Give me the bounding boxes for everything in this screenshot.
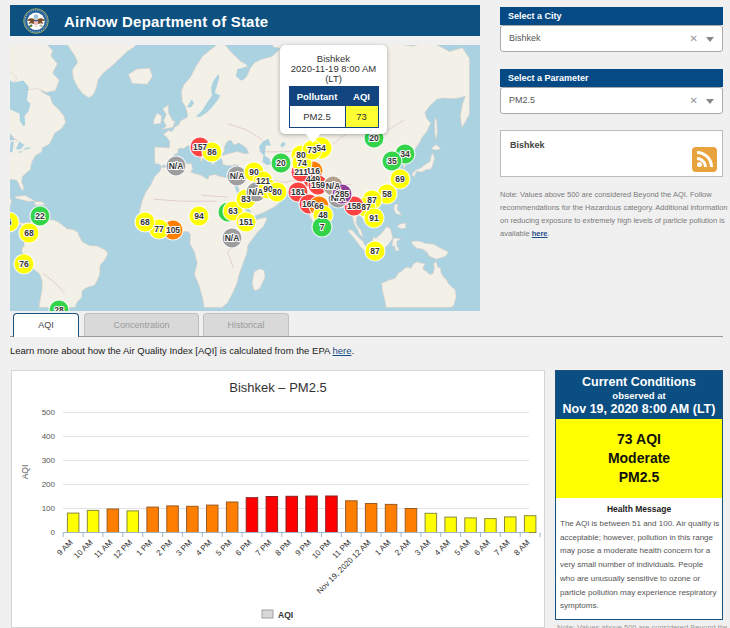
svg-text:N/A: N/A — [249, 187, 264, 197]
svg-text:N/A: N/A — [230, 171, 245, 181]
svg-text:68: 68 — [140, 217, 150, 227]
svg-text:AQI: AQI — [278, 610, 293, 620]
svg-text:28: 28 — [54, 305, 64, 311]
svg-text:94: 94 — [194, 211, 204, 221]
svg-text:2 AM: 2 AM — [393, 538, 412, 557]
svg-text:48: 48 — [318, 210, 328, 220]
svg-text:8 AM: 8 AM — [512, 538, 531, 557]
svg-text:2 PM: 2 PM — [154, 538, 174, 558]
svg-text:4 AM: 4 AM — [433, 538, 452, 557]
svg-text:500: 500 — [42, 408, 56, 417]
svg-text:4 PM: 4 PM — [194, 538, 214, 558]
svg-text:158: 158 — [347, 201, 361, 211]
svg-text:200: 200 — [42, 480, 56, 489]
svg-text:87: 87 — [370, 246, 380, 256]
svg-text:1 PM: 1 PM — [135, 538, 155, 558]
svg-text:7: 7 — [320, 222, 325, 232]
svg-text:68: 68 — [24, 228, 34, 238]
svg-text:181: 181 — [291, 187, 305, 197]
svg-text:159: 159 — [311, 180, 325, 190]
svg-text:77: 77 — [154, 224, 164, 234]
svg-text:74: 74 — [297, 158, 307, 168]
svg-text:11 AM: 11 AM — [92, 538, 114, 560]
svg-text:AQI: AQI — [20, 465, 30, 480]
svg-text:12 PM: 12 PM — [111, 538, 134, 561]
svg-text:86: 86 — [207, 147, 217, 157]
svg-text:105: 105 — [166, 225, 180, 235]
svg-text:20: 20 — [276, 158, 286, 168]
svg-text:6 PM: 6 PM — [234, 538, 254, 558]
svg-text:0: 0 — [51, 528, 56, 537]
svg-text:22: 22 — [35, 211, 45, 221]
svg-text:10 PM: 10 PM — [310, 538, 333, 561]
svg-text:400: 400 — [42, 432, 56, 441]
svg-text:34: 34 — [400, 149, 410, 159]
svg-text:N/A: N/A — [225, 233, 240, 243]
svg-text:35: 35 — [387, 156, 397, 166]
svg-text:73: 73 — [307, 145, 317, 155]
svg-text:211: 211 — [294, 167, 308, 177]
svg-text:300: 300 — [42, 456, 56, 465]
svg-text:6 AM: 6 AM — [473, 538, 492, 557]
svg-text:10 AM: 10 AM — [72, 538, 95, 561]
svg-text:5 AM: 5 AM — [453, 538, 472, 557]
svg-text:80: 80 — [272, 187, 282, 197]
svg-text:3 PM: 3 PM — [174, 538, 194, 558]
svg-text:69: 69 — [395, 174, 405, 184]
svg-text:7 PM: 7 PM — [254, 538, 274, 558]
svg-text:7 AM: 7 AM — [492, 538, 511, 557]
svg-text:54: 54 — [316, 143, 326, 153]
svg-text:N/A: N/A — [169, 161, 184, 171]
svg-text:20: 20 — [369, 133, 379, 143]
svg-text:285: 285 — [335, 189, 349, 199]
svg-text:91: 91 — [369, 213, 379, 223]
svg-text:87: 87 — [361, 202, 371, 212]
svg-text:5 PM: 5 PM — [214, 538, 234, 558]
svg-text:157: 157 — [193, 142, 207, 152]
svg-text:100: 100 — [42, 504, 56, 513]
svg-text:76: 76 — [19, 259, 29, 269]
svg-text:58: 58 — [382, 189, 392, 199]
svg-text:151: 151 — [239, 217, 253, 227]
svg-text:3 AM: 3 AM — [413, 538, 432, 557]
svg-text:63: 63 — [228, 206, 238, 216]
svg-text:1 AM: 1 AM — [373, 538, 392, 557]
svg-text:8 PM: 8 PM — [274, 538, 294, 558]
